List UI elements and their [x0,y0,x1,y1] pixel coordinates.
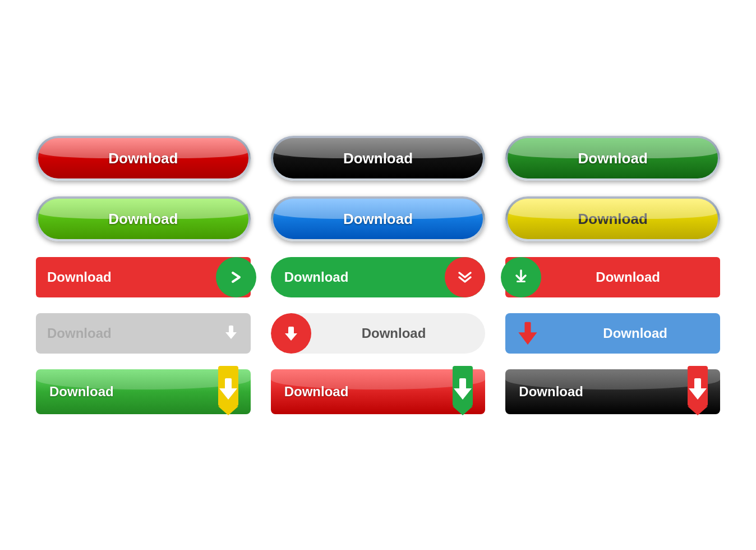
download-button-split-icon-left[interactable]: Download [505,257,720,297]
button-grid: Download Download Download Download Down… [13,113,743,437]
svg-rect-3 [288,327,294,334]
svg-marker-4 [285,333,297,341]
download-button-yellow[interactable]: Download [505,196,720,241]
download-button-flat-gray[interactable]: Download [36,313,251,354]
download-label: Download [343,210,413,228]
arrow-right-icon [216,257,256,297]
download-label: Download [108,210,178,228]
svg-rect-9 [225,378,232,389]
download-button-split-arrow[interactable]: Download [36,257,251,297]
ribbon-green [448,366,477,418]
svg-marker-2 [225,332,237,339]
download-button-ribbon-black[interactable]: Download [505,369,720,414]
download-label: Download [343,150,413,167]
download-label: Download [311,326,486,341]
svg-marker-16 [688,406,708,415]
download-button-black[interactable]: Download [271,136,486,181]
download-button-blue[interactable]: Download [271,196,486,241]
download-label: Download [108,150,178,167]
download-label: Download [578,150,648,167]
download-button-flat-red-circle[interactable]: Download [271,313,486,354]
download-label: Download [578,210,648,228]
ribbon-yellow [214,366,243,418]
red-arrow-icon [505,313,550,354]
svg-rect-17 [694,378,701,389]
svg-marker-8 [218,406,238,415]
download-label: Download [271,384,449,400]
svg-rect-13 [459,378,466,389]
download-button-red[interactable]: Download [36,136,251,181]
download-button-lime[interactable]: Download [36,196,251,241]
download-button-darkgreen[interactable]: Download [505,136,720,181]
download-label: Download [47,326,215,341]
download-button-ribbon-red[interactable]: Download [271,369,486,414]
download-button-split-chevron[interactable]: Download [271,257,486,297]
svg-marker-6 [519,332,537,345]
download-label: Download [505,384,683,400]
download-icon [271,313,311,354]
svg-rect-5 [525,322,531,333]
chevron-down-icon [445,257,485,297]
download-icon [501,257,541,297]
ribbon-red [683,366,712,418]
svg-rect-1 [229,326,233,333]
download-label: Download [36,384,214,400]
download-label: Download [36,269,216,285]
download-label: Download [271,269,445,285]
download-label: Download [550,326,720,341]
download-label: Download [541,269,720,285]
arrow-down-icon [223,323,239,344]
svg-marker-12 [453,406,473,415]
download-button-flat-blue[interactable]: Download [505,313,720,354]
download-button-ribbon-green[interactable]: Download [36,369,251,414]
